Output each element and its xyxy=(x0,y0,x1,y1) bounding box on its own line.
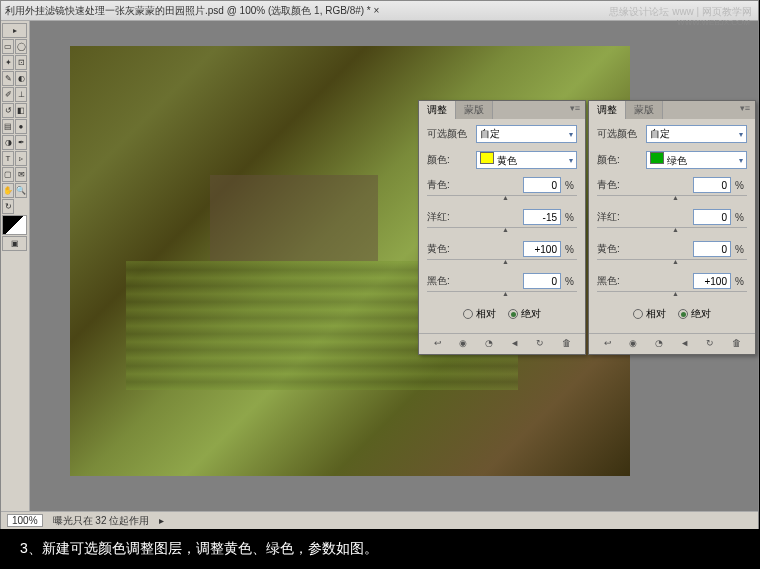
gradient-tool[interactable]: ▤ xyxy=(2,119,14,134)
dodge-tool[interactable]: ◑ xyxy=(2,135,14,150)
black-label: 黑色: xyxy=(597,274,627,288)
clip-icon[interactable]: ◔ xyxy=(482,338,496,350)
cyan-slider[interactable] xyxy=(427,195,577,203)
eyedropper-tool[interactable]: ✎ xyxy=(2,71,14,86)
color-select[interactable]: 黄色▾ xyxy=(476,151,577,169)
yellow-label: 黄色: xyxy=(427,242,457,256)
reset-icon[interactable]: ↻ xyxy=(533,338,547,350)
yellow-label: 黄色: xyxy=(597,242,627,256)
quickmask-tool[interactable]: ▣ xyxy=(2,236,27,251)
back-icon[interactable]: ↩ xyxy=(601,338,615,350)
black-input[interactable] xyxy=(523,273,561,289)
method-select[interactable]: 自定▾ xyxy=(646,125,747,143)
cyan-slider[interactable] xyxy=(597,195,747,203)
wand-tool[interactable]: ✦ xyxy=(2,55,14,70)
magenta-input[interactable] xyxy=(693,209,731,225)
color-select[interactable]: 绿色▾ xyxy=(646,151,747,169)
cyan-input[interactable] xyxy=(523,177,561,193)
heal-tool[interactable]: ◐ xyxy=(15,71,27,86)
delete-icon[interactable]: 🗑 xyxy=(559,338,573,350)
clip-icon[interactable]: ◔ xyxy=(652,338,666,350)
path-tool[interactable]: ▹ xyxy=(15,151,27,166)
status-info: 曝光只在 32 位起作用 xyxy=(53,514,150,528)
black-label: 黑色: xyxy=(427,274,457,288)
magenta-slider[interactable] xyxy=(597,227,747,235)
method-select[interactable]: 自定▾ xyxy=(476,125,577,143)
marquee-tool[interactable]: ▭ xyxy=(2,39,14,54)
color-label: 颜色: xyxy=(427,153,472,167)
black-slider[interactable] xyxy=(597,291,747,299)
tab-adjustments[interactable]: 调整 xyxy=(419,101,456,119)
prev-icon[interactable]: ◄ xyxy=(508,338,522,350)
lasso-tool[interactable]: ◯ xyxy=(15,39,27,54)
status-dropdown-icon[interactable]: ▸ xyxy=(159,515,164,526)
radio-relative[interactable]: 相对 xyxy=(633,307,666,321)
yellow-input[interactable] xyxy=(523,241,561,257)
pen-tool[interactable]: ✒ xyxy=(15,135,27,150)
yellow-slider[interactable] xyxy=(597,259,747,267)
magenta-label: 洋红: xyxy=(427,210,457,224)
yellow-slider[interactable] xyxy=(427,259,577,267)
radio-relative[interactable]: 相对 xyxy=(463,307,496,321)
panel-menu-icon[interactable]: ▾≡ xyxy=(735,101,755,119)
method-label: 可选颜色 xyxy=(597,127,642,141)
cyan-input[interactable] xyxy=(693,177,731,193)
radio-absolute[interactable]: 绝对 xyxy=(508,307,541,321)
history-tool[interactable]: ↺ xyxy=(2,103,14,118)
view-icon[interactable]: ◉ xyxy=(626,338,640,350)
hand-tool[interactable]: ✋ xyxy=(2,183,14,198)
tab-adjustments[interactable]: 调整 xyxy=(589,101,626,119)
shape-tool[interactable]: ▢ xyxy=(2,167,14,182)
caption-text: 3、新建可选颜色调整图层，调整黄色、绿色，参数如图。 xyxy=(0,529,760,569)
magenta-slider[interactable] xyxy=(427,227,577,235)
rotate-tool[interactable]: ↻ xyxy=(2,199,14,214)
magenta-label: 洋红: xyxy=(597,210,627,224)
back-icon[interactable]: ↩ xyxy=(431,338,445,350)
stamp-tool[interactable]: ⊥ xyxy=(15,87,27,102)
watermark-url: WWW.WEBJX.COM xyxy=(677,18,750,27)
color-label: 颜色: xyxy=(597,153,642,167)
watermark-text: 思缘设计论坛 www | 网页教学网 xyxy=(609,5,752,19)
panel-menu-icon[interactable]: ▾≡ xyxy=(565,101,585,119)
cyan-label: 青色: xyxy=(597,178,627,192)
delete-icon[interactable]: 🗑 xyxy=(729,338,743,350)
brush-tool[interactable]: ✐ xyxy=(2,87,14,102)
tab-masks[interactable]: 蒙版 xyxy=(456,101,493,119)
blur-tool[interactable]: ● xyxy=(15,119,27,134)
magenta-input[interactable] xyxy=(523,209,561,225)
statusbar: 100% 曝光只在 32 位起作用 ▸ xyxy=(1,511,758,529)
eraser-tool[interactable]: ◧ xyxy=(15,103,27,118)
notes-tool[interactable]: ✉ xyxy=(15,167,27,182)
black-slider[interactable] xyxy=(427,291,577,299)
tools-panel: ▸ ▭ ◯ ✦ ⊡ ✎ ◐ ✐ ⊥ ↺ ◧ ▤ ● ◑ ✒ T ▹ ▢ ✉ ✋ … xyxy=(1,21,30,511)
tab-masks[interactable]: 蒙版 xyxy=(626,101,663,119)
adjustments-panel-1: 调整 蒙版 ▾≡ 可选颜色 自定▾ 颜色: 黄色▾ 青色: xyxy=(418,100,586,355)
zoom-tool[interactable]: 🔍 xyxy=(15,183,27,198)
view-icon[interactable]: ◉ xyxy=(456,338,470,350)
cyan-label: 青色: xyxy=(427,178,457,192)
method-label: 可选颜色 xyxy=(427,127,472,141)
yellow-input[interactable] xyxy=(693,241,731,257)
adjustments-panel-2: 调整 蒙版 ▾≡ 可选颜色 自定▾ 颜色: 绿色▾ 青色: xyxy=(588,100,756,355)
reset-icon[interactable]: ↻ xyxy=(703,338,717,350)
prev-icon[interactable]: ◄ xyxy=(678,338,692,350)
crop-tool[interactable]: ⊡ xyxy=(15,55,27,70)
black-input[interactable] xyxy=(693,273,731,289)
radio-absolute[interactable]: 绝对 xyxy=(678,307,711,321)
color-swatches[interactable] xyxy=(2,215,27,235)
type-tool[interactable]: T xyxy=(2,151,14,166)
move-tool[interactable]: ▸ xyxy=(2,23,27,38)
zoom-level[interactable]: 100% xyxy=(7,514,43,527)
